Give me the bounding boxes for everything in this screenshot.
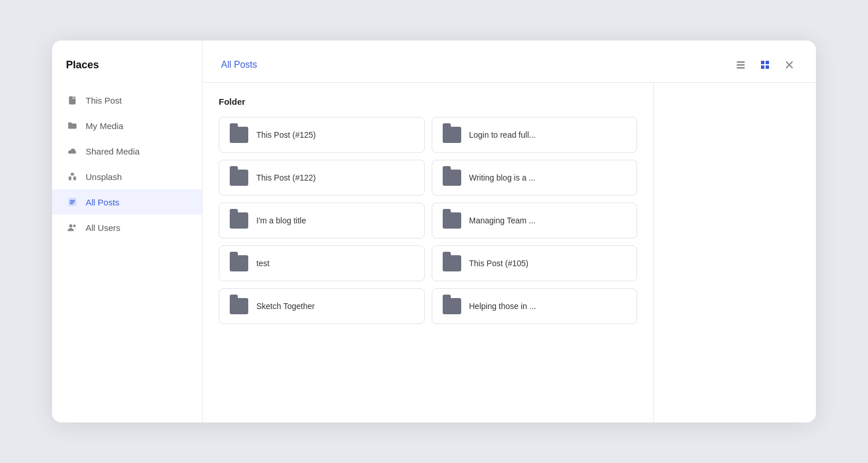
sidebar-item-all-posts[interactable]: All Posts	[52, 189, 202, 215]
folder-item-icon	[443, 255, 461, 271]
modal-container: Places This Post My Media Shared Media	[52, 41, 816, 422]
header-actions	[733, 57, 797, 73]
folder-item-icon	[443, 298, 461, 314]
folder-item[interactable]: This Post (#105)	[432, 245, 638, 281]
folder-item[interactable]: This Post (#122)	[219, 160, 425, 196]
folder-icon	[66, 119, 79, 132]
folder-item[interactable]: Login to read full...	[432, 117, 638, 153]
header-title: All Posts	[221, 60, 257, 70]
folder-item-icon	[230, 212, 248, 229]
grid-view-icon	[759, 59, 771, 71]
svg-rect-8	[766, 61, 769, 64]
folder-item[interactable]: This Post (#125)	[219, 117, 425, 153]
document-icon	[66, 94, 79, 106]
folder-item-icon	[230, 170, 248, 186]
sidebar-item-shared-media[interactable]: Shared Media	[52, 138, 202, 164]
folder-item-label: Login to read full...	[469, 130, 536, 139]
sidebar-item-all-users[interactable]: All Users	[52, 215, 202, 240]
sidebar-title: Places	[52, 59, 202, 87]
sidebar-item-my-media[interactable]: My Media	[52, 113, 202, 138]
folder-section-title: Folder	[219, 97, 637, 106]
sidebar-item-unsplash[interactable]: Unsplash	[52, 164, 202, 189]
folder-item-label: Helping those in ...	[469, 302, 536, 311]
folder-item-label: Managing Team ...	[469, 216, 536, 225]
grid-view-button[interactable]	[757, 57, 773, 73]
folder-item[interactable]: Writing blog is a ...	[432, 160, 638, 196]
sidebar-item-label: My Media	[86, 121, 123, 131]
sidebar-item-label: All Users	[86, 223, 120, 233]
close-icon	[784, 59, 795, 71]
main-content: All Posts	[203, 41, 816, 422]
folder-item-icon	[230, 298, 248, 314]
folder-item-label: This Post (#105)	[469, 259, 529, 268]
folder-item-label: test	[256, 259, 270, 268]
folder-item-icon	[230, 127, 248, 143]
folder-item-label: This Post (#125)	[256, 130, 316, 139]
folder-item-icon	[443, 170, 461, 186]
svg-rect-9	[761, 65, 764, 69]
list-view-icon	[735, 59, 746, 71]
svg-point-3	[73, 225, 76, 227]
sidebar: Places This Post My Media Shared Media	[52, 41, 203, 422]
svg-rect-7	[761, 61, 764, 64]
list-view-button[interactable]	[733, 57, 749, 73]
folder-item-icon	[443, 212, 461, 229]
side-panel	[654, 83, 816, 422]
sidebar-item-label: All Posts	[86, 197, 119, 207]
folder-item[interactable]: I'm a blog title	[219, 203, 425, 238]
sidebar-item-label: Shared Media	[86, 146, 139, 156]
main-header: All Posts	[203, 41, 816, 83]
svg-rect-5	[737, 64, 745, 66]
close-button[interactable]	[781, 57, 797, 73]
list-doc-icon	[66, 196, 79, 208]
folder-item-icon	[443, 127, 461, 143]
folder-item[interactable]: test	[219, 245, 425, 281]
folder-item-icon	[230, 255, 248, 271]
folder-item-label: Sketch Together	[256, 302, 315, 311]
cloud-icon	[66, 145, 79, 157]
unsplash-icon	[66, 170, 79, 183]
folder-item[interactable]: Helping those in ...	[432, 288, 638, 324]
folder-item[interactable]: Managing Team ...	[432, 203, 638, 238]
sidebar-item-label: Unsplash	[86, 172, 122, 182]
folder-grid: This Post (#125) Login to read full... T…	[219, 117, 637, 324]
sidebar-item-this-post[interactable]: This Post	[52, 87, 202, 113]
svg-rect-10	[766, 65, 769, 69]
folder-item-label: Writing blog is a ...	[469, 173, 536, 182]
svg-point-2	[69, 225, 72, 227]
main-body: Folder This Post (#125) Login to read fu…	[203, 83, 816, 422]
users-icon	[66, 221, 79, 234]
folder-panel: Folder This Post (#125) Login to read fu…	[203, 83, 654, 422]
svg-rect-0	[69, 97, 76, 104]
folder-item[interactable]: Sketch Together	[219, 288, 425, 324]
svg-rect-4	[737, 61, 745, 63]
svg-rect-6	[737, 67, 745, 69]
folder-item-label: This Post (#122)	[256, 173, 316, 182]
folder-item-label: I'm a blog title	[256, 216, 306, 225]
sidebar-item-label: This Post	[86, 95, 122, 105]
